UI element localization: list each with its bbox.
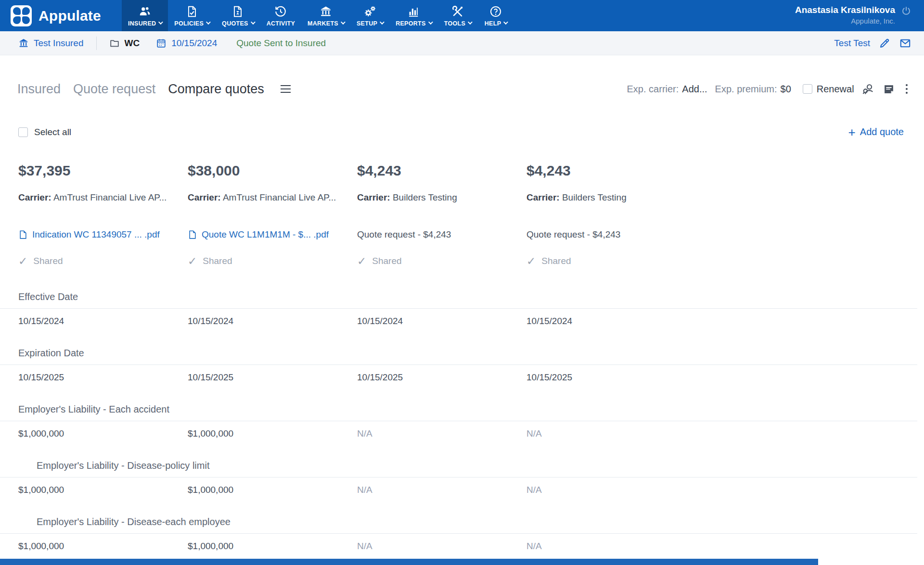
add-quote-button[interactable]: + Add quote bbox=[848, 126, 904, 138]
shared-label: Shared bbox=[541, 256, 571, 266]
nav-item-reports[interactable]: REPORTS bbox=[389, 0, 438, 31]
nav-label: REPORTS bbox=[396, 20, 426, 27]
carrier-name: Builders Testing bbox=[562, 192, 627, 202]
row-value: 10/15/2024 bbox=[18, 316, 188, 326]
tab-quote-request[interactable]: Quote request bbox=[73, 82, 155, 97]
page-tabs-row: Insured Quote request Compare quotes Exp… bbox=[0, 75, 924, 102]
brand-name: Appulate bbox=[38, 8, 101, 24]
chevron-down-icon bbox=[380, 20, 385, 25]
horizontal-scrollbar bbox=[0, 559, 924, 565]
document-check-icon bbox=[186, 5, 198, 18]
nav-item-markets[interactable]: MARKETS bbox=[301, 0, 350, 31]
quotes-grid: $37,395 Carrier: AmTrust Financial Live … bbox=[18, 163, 924, 266]
quote-document-link[interactable]: Quote WC L1M1M1M - $... .pdf bbox=[202, 229, 329, 240]
shared-status: ✓ Shared bbox=[357, 256, 526, 266]
logout-power-icon[interactable] bbox=[901, 6, 911, 16]
bar-chart-icon bbox=[407, 5, 420, 18]
row-value: 10/15/2025 bbox=[357, 372, 526, 383]
nav-item-policies[interactable]: POLICIES bbox=[168, 0, 216, 31]
row-label: Employer's Liability - Disease-each empl… bbox=[0, 514, 917, 534]
row-value: $1,000,000 bbox=[188, 428, 357, 439]
exp-carrier[interactable]: Exp. carrier: Add... bbox=[627, 84, 707, 95]
row-label: Employer's Liability - Disease-policy li… bbox=[0, 457, 917, 477]
user-company: Appulate, Inc. bbox=[851, 17, 895, 25]
nav-item-insured[interactable]: INSURED bbox=[122, 0, 168, 31]
row-value: 10/15/2024 bbox=[526, 316, 696, 326]
row-value: $1,000,000 bbox=[18, 485, 188, 495]
line-of-business[interactable]: WC bbox=[109, 38, 140, 49]
nav-item-tools[interactable]: TOOLS bbox=[438, 0, 477, 31]
nav-item-activity[interactable]: ACTIVITY bbox=[260, 0, 301, 31]
user-block: Anastasia Krasilnikova Appulate, Inc. bbox=[795, 5, 911, 25]
row-label: Effective Date bbox=[0, 289, 917, 309]
user-name[interactable]: Anastasia Krasilnikova bbox=[795, 5, 895, 15]
notes-icon[interactable] bbox=[883, 83, 895, 95]
shared-label: Shared bbox=[372, 256, 401, 266]
horizontal-scrollbar-thumb[interactable] bbox=[0, 559, 818, 565]
quote-card-2: $38,000 Carrier: AmTrust Financial Live … bbox=[188, 163, 357, 266]
row-label: Expiration Date bbox=[0, 345, 917, 365]
shared-label: Shared bbox=[33, 256, 63, 266]
carrier-label: Carrier: bbox=[357, 192, 390, 202]
comparison-row-el-disease-policy-limit: Employer's Liability - Disease-policy li… bbox=[0, 457, 924, 495]
premium-amount: $4,243 bbox=[526, 163, 696, 179]
row-value: $1,000,000 bbox=[18, 428, 188, 439]
exp-premium[interactable]: Exp. premium: $0 bbox=[715, 84, 791, 95]
row-value: N/A bbox=[357, 428, 526, 439]
brand[interactable]: Appulate bbox=[0, 0, 122, 31]
tab-insured[interactable]: Insured bbox=[17, 82, 61, 97]
nav-item-help[interactable]: HELP bbox=[477, 0, 514, 31]
shared-label: Shared bbox=[203, 256, 232, 266]
comparison-row-effective-date: Effective Date 10/15/2024 10/15/2024 10/… bbox=[0, 289, 924, 326]
quote-card-1: $37,395 Carrier: AmTrust Financial Live … bbox=[18, 163, 188, 266]
edit-pencil-icon[interactable] bbox=[879, 38, 890, 49]
row-value: N/A bbox=[526, 485, 696, 495]
chevron-down-icon bbox=[206, 20, 211, 25]
row-value: N/A bbox=[526, 428, 696, 439]
insured-link[interactable]: Test Insured bbox=[18, 38, 84, 49]
row-value: $1,000,000 bbox=[188, 541, 357, 552]
row-value: 10/15/2025 bbox=[526, 372, 696, 383]
nav-label: HELP bbox=[485, 20, 501, 27]
quote-card-4: $4,243 Carrier: Builders Testing Quote r… bbox=[526, 163, 696, 266]
toolbar-row: Select all + Add quote bbox=[0, 126, 924, 138]
tabs-menu-icon[interactable] bbox=[279, 83, 293, 95]
select-all-checkbox[interactable] bbox=[18, 127, 28, 137]
exp-carrier-value[interactable]: Add... bbox=[682, 84, 707, 95]
row-value: $1,000,000 bbox=[188, 485, 357, 495]
more-options-icon[interactable] bbox=[903, 83, 911, 95]
envelope-icon[interactable] bbox=[899, 38, 911, 49]
person-search-icon[interactable] bbox=[862, 83, 875, 96]
check-icon: ✓ bbox=[357, 256, 366, 266]
chevron-down-icon bbox=[428, 20, 433, 25]
quote-document-link[interactable]: Indication WC 11349057 ... .pdf bbox=[32, 229, 160, 240]
check-icon: ✓ bbox=[526, 256, 536, 266]
nav-label: TOOLS bbox=[444, 20, 465, 27]
check-icon: ✓ bbox=[18, 256, 27, 266]
row-value: 10/15/2024 bbox=[188, 316, 357, 326]
gears-icon bbox=[364, 5, 376, 18]
select-all[interactable]: Select all bbox=[18, 127, 71, 138]
chevron-down-icon bbox=[251, 20, 256, 25]
tools-icon bbox=[451, 5, 464, 18]
chevron-down-icon bbox=[158, 20, 163, 25]
row-value: $1,000,000 bbox=[18, 541, 188, 552]
assignee-link[interactable]: Test Test bbox=[834, 38, 870, 49]
help-icon bbox=[489, 5, 502, 18]
exp-premium-value[interactable]: $0 bbox=[781, 84, 791, 95]
nav-item-quotes[interactable]: QUOTES bbox=[216, 0, 260, 31]
renewal-label: Renewal bbox=[817, 84, 854, 95]
folder-icon bbox=[109, 38, 120, 49]
nav-item-setup[interactable]: SETUP bbox=[350, 0, 389, 31]
appulate-logo-icon bbox=[11, 5, 32, 26]
row-value: N/A bbox=[357, 485, 526, 495]
renewal-checkbox[interactable] bbox=[803, 84, 812, 94]
chevron-down-icon bbox=[503, 20, 508, 25]
tab-compare-quotes: Compare quotes bbox=[168, 82, 264, 97]
comparison-row-el-each-accident: Employer's Liability - Each accident $1,… bbox=[0, 401, 924, 439]
effective-date[interactable]: 10/15/2024 bbox=[156, 38, 217, 49]
row-value: N/A bbox=[357, 541, 526, 552]
shared-status: ✓ Shared bbox=[526, 256, 696, 266]
premium-amount: $38,000 bbox=[188, 163, 357, 179]
row-value: 10/15/2025 bbox=[188, 372, 357, 383]
